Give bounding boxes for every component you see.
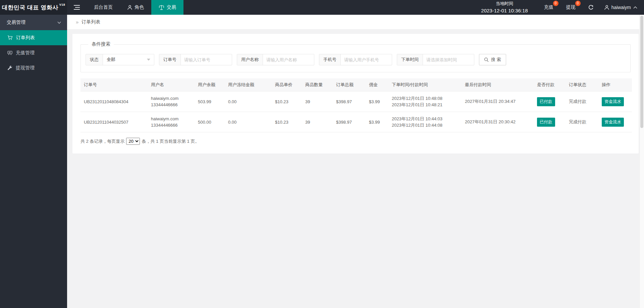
order-time-label: 下单时间 xyxy=(397,54,423,65)
col-actions: 操作 xyxy=(598,78,632,91)
local-time-label: 当地时间 xyxy=(481,0,528,7)
cell-unit-price: $10.23 xyxy=(272,112,302,132)
col-paid: 是否付款 xyxy=(534,78,566,91)
sidebar-group-label: 交易管理 xyxy=(7,19,25,25)
cell-order-no: UB2312011044032507 xyxy=(80,112,148,132)
vertical-scrollbar[interactable] xyxy=(639,15,644,308)
withdraw-badge: 0 xyxy=(575,1,581,6)
withdraw-notification[interactable]: 提现 0 xyxy=(566,4,576,10)
cell-frozen: 0.00 xyxy=(225,91,272,112)
scales-icon xyxy=(159,5,164,10)
breadcrumb-separator-icon: » xyxy=(76,19,78,25)
sidebar-group-trade-management[interactable]: 交易管理 xyxy=(0,15,67,30)
col-order-pay-time: 下单时间/付款时间 xyxy=(388,78,462,91)
paid-status-badge: 已付款 xyxy=(537,97,555,106)
cell-order-status: 完成付款 xyxy=(566,91,598,112)
local-time: 当地时间 2023-12-01 10:36:18 xyxy=(481,0,528,14)
cell-last-pay-time: 2027年01月31日 20:30:42 xyxy=(462,112,534,132)
user-name-filter-group: 用户名称 xyxy=(237,54,314,65)
search-icon xyxy=(484,57,489,62)
menu-toggle-button[interactable] xyxy=(67,0,87,15)
col-user-name: 用户名 xyxy=(148,78,195,91)
user-phone-value: 13344446666 xyxy=(151,102,191,108)
cell-order-no: UB2312011048084304 xyxy=(80,91,148,112)
phone-filter-group: 手机号 xyxy=(319,54,392,65)
table-header-row: 订单号 用户名 用户余额 用户冻结金额 商品单价 商品数量 订单总额 佣金 下单… xyxy=(80,78,632,91)
order-time-value: 2023年12月01日 10:44:03 xyxy=(392,116,458,122)
order-time-filter-group: 下单时间 xyxy=(397,54,474,65)
app-logo-text: 대한민국 대표 영화사 xyxy=(2,4,58,11)
cell-paid: 已付款 xyxy=(534,91,566,112)
cell-commission: $3.99 xyxy=(366,112,388,132)
refresh-button[interactable] xyxy=(588,5,594,10)
search-fieldset: 条件搜索 状态 全部 订单号 用户名称 xyxy=(80,41,631,72)
order-time-input[interactable] xyxy=(423,54,474,65)
phone-input[interactable] xyxy=(341,54,392,65)
recharge-notification[interactable]: 充值 0 xyxy=(544,4,553,10)
sidebar-item-order-list[interactable]: 订单列表 xyxy=(0,30,67,45)
order-no-input[interactable] xyxy=(181,54,232,65)
breadcrumb-current: 订单列表 xyxy=(82,19,100,25)
topbar: 대한민국 대표 영화사 V18 后台首页 角色 xyxy=(0,0,644,15)
fund-flow-button[interactable]: 资金流水 xyxy=(602,118,624,127)
sidebar-item-recharge-management[interactable]: 充值管理 xyxy=(0,45,67,60)
status-selected-value: 全部 xyxy=(107,57,115,63)
fund-flow-button[interactable]: 资金流水 xyxy=(602,97,624,106)
cell-unit-price: $10.23 xyxy=(272,91,302,112)
col-order-no: 订单号 xyxy=(80,78,148,91)
username: haiwaiym xyxy=(611,5,631,10)
cell-quantity: 39 xyxy=(302,112,333,132)
table-row: UB2312011044032507 haiwaiym.com 13344446… xyxy=(80,112,632,132)
search-legend: 条件搜索 xyxy=(88,41,114,47)
col-quantity: 商品数量 xyxy=(302,78,333,91)
recharge-badge: 0 xyxy=(553,1,558,6)
scrollbar-thumb[interactable] xyxy=(640,16,643,128)
cell-quantity: 39 xyxy=(302,91,333,112)
pay-time-value: 2023年12月01日 10:48:21 xyxy=(392,102,458,108)
nav-trade-label: 交易 xyxy=(167,4,176,10)
user-name-input[interactable] xyxy=(263,54,314,65)
cell-order-pay-time: 2023年12月01日 10:48:08 2023年12月01日 10:48:2… xyxy=(388,91,462,112)
order-no-filter-group: 订单号 xyxy=(159,54,232,65)
user-phone-value: 13344446666 xyxy=(151,122,191,128)
order-list-card: 条件搜索 状态 全部 订单号 用户名称 xyxy=(72,34,639,153)
sidebar-item-label: 订单列表 xyxy=(16,35,35,41)
orders-table: 订单号 用户名 用户余额 用户冻结金额 商品单价 商品数量 订单总额 佣金 下单… xyxy=(80,78,632,132)
user-name-value: haiwaiym.com xyxy=(151,116,191,122)
cell-user: haiwaiym.com 13344446666 xyxy=(148,112,195,132)
nav-item-trade[interactable]: 交易 xyxy=(151,0,183,15)
search-form-row: 状态 全部 订单号 用户名称 xyxy=(86,54,626,65)
col-frozen: 用户冻结金额 xyxy=(225,78,272,91)
sidebar-item-label: 提现管理 xyxy=(16,65,35,71)
cell-user: haiwaiym.com 13344446666 xyxy=(148,91,195,112)
chevron-up-icon xyxy=(633,6,637,9)
paid-status-badge: 已付款 xyxy=(537,118,555,127)
cell-total: $398.97 xyxy=(333,91,366,112)
cell-order-status: 完成付款 xyxy=(566,112,598,132)
status-filter-group: 状态 全部 xyxy=(86,54,154,65)
search-button-label: 搜 索 xyxy=(491,57,501,63)
nav-role-label: 角色 xyxy=(135,4,144,10)
chevron-down-icon xyxy=(57,21,61,24)
sidebar-item-label: 充值管理 xyxy=(16,50,35,56)
sidebar-item-withdraw-management[interactable]: 提现管理 xyxy=(0,60,67,75)
col-last-pay-time: 最后付款时间 xyxy=(462,78,534,91)
nav-home-label: 后台首页 xyxy=(94,4,113,10)
nav-item-role[interactable]: 角色 xyxy=(120,0,151,15)
recharge-label: 充值 xyxy=(544,4,553,10)
col-balance: 用户余额 xyxy=(195,78,225,91)
pay-time-value: 2023年12月01日 10:44:08 xyxy=(392,122,458,128)
wrench-icon xyxy=(7,65,12,70)
page-size-select[interactable]: 20 xyxy=(126,138,140,145)
table-row: UB2312011048084304 haiwaiym.com 13344446… xyxy=(80,91,632,112)
phone-label: 手机号 xyxy=(319,54,341,65)
search-button[interactable]: 搜 索 xyxy=(479,54,506,65)
pagination-text-before: 共 2 条记录，每页显示 xyxy=(80,138,124,144)
nav-item-home[interactable]: 后台首页 xyxy=(87,0,120,15)
user-menu[interactable]: haiwaiym xyxy=(604,5,637,10)
main-area: » 订单列表 条件搜索 状态 全部 订单号 xyxy=(67,0,644,158)
cell-balance: 503.99 xyxy=(195,91,225,112)
cell-actions: 资金流水 xyxy=(598,91,632,112)
status-select[interactable]: 全部 xyxy=(103,54,154,65)
topbar-right: 当地时间 2023-12-01 10:36:18 充值 0 提现 0 xyxy=(481,0,644,15)
